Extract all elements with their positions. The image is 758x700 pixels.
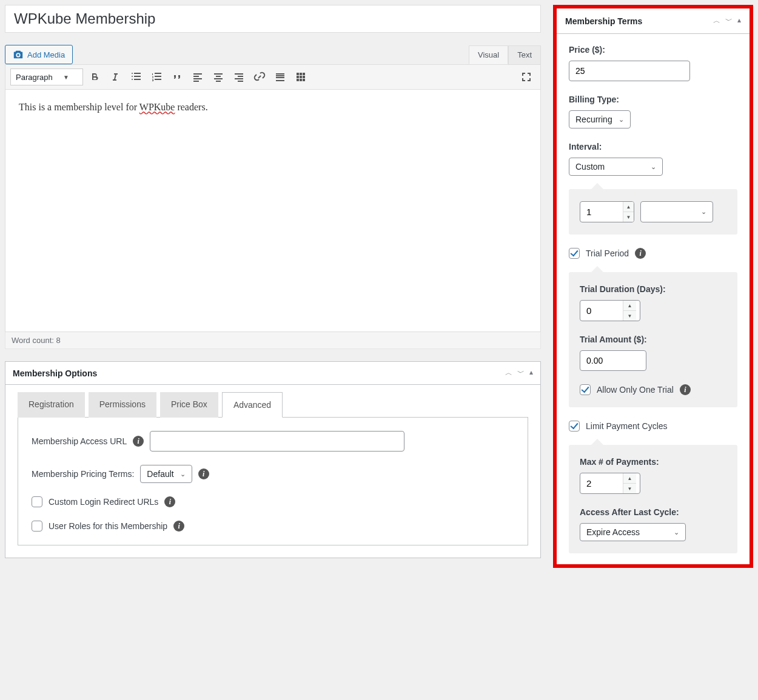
tab-advanced[interactable]: Advanced bbox=[222, 392, 283, 418]
trial-amount-input[interactable] bbox=[580, 350, 646, 371]
user-roles-label: User Roles for this Membership bbox=[49, 521, 167, 531]
svg-rect-8 bbox=[303, 79, 305, 81]
svg-rect-3 bbox=[297, 76, 299, 78]
more-button[interactable] bbox=[271, 68, 289, 86]
tab-visual[interactable]: Visual bbox=[469, 45, 508, 64]
move-up-icon[interactable]: ︿ bbox=[505, 368, 512, 378]
link-button[interactable] bbox=[250, 68, 269, 86]
access-url-label: Membership Access URL bbox=[32, 436, 127, 446]
svg-rect-5 bbox=[303, 76, 305, 78]
editor-content[interactable]: This is a membership level for WPKube re… bbox=[5, 90, 541, 332]
svg-rect-6 bbox=[297, 79, 299, 81]
fullscreen-button[interactable] bbox=[517, 68, 535, 86]
limit-cycles-label: Limit Payment Cycles bbox=[586, 421, 668, 431]
limit-cycles-checkbox[interactable] bbox=[569, 421, 580, 432]
step-up-icon[interactable]: ▲ bbox=[623, 301, 636, 311]
membership-options-title: Membership Options bbox=[13, 368, 97, 378]
bold-button[interactable] bbox=[86, 68, 104, 86]
info-icon[interactable]: i bbox=[164, 496, 175, 507]
trial-panel: Trial Duration (Days): ▲▼ Trial Amount (… bbox=[569, 272, 737, 407]
step-up-icon[interactable]: ▲ bbox=[623, 202, 634, 212]
access-url-input[interactable] bbox=[150, 431, 404, 452]
align-left-button[interactable] bbox=[189, 68, 207, 86]
ol-button[interactable] bbox=[147, 68, 166, 86]
svg-rect-7 bbox=[300, 79, 302, 81]
price-label: Price ($): bbox=[569, 45, 737, 55]
svg-rect-0 bbox=[297, 73, 299, 75]
info-icon[interactable]: i bbox=[635, 248, 646, 259]
step-up-icon[interactable]: ▲ bbox=[623, 473, 636, 484]
quote-button[interactable] bbox=[168, 68, 186, 86]
title-input[interactable] bbox=[5, 5, 541, 33]
italic-button[interactable] bbox=[106, 68, 124, 86]
align-right-button[interactable] bbox=[230, 68, 248, 86]
trial-duration-label: Trial Duration (Days): bbox=[580, 284, 726, 294]
one-trial-checkbox[interactable] bbox=[580, 384, 591, 395]
svg-rect-4 bbox=[300, 76, 302, 78]
max-payments-label: Max # of Payments: bbox=[580, 457, 726, 467]
info-icon[interactable]: i bbox=[680, 384, 691, 395]
trial-amount-label: Trial Amount ($): bbox=[580, 335, 726, 344]
move-down-icon[interactable]: ﹀ bbox=[517, 368, 525, 378]
custom-interval-amount[interactable]: ▲▼ bbox=[580, 201, 634, 222]
membership-terms-highlight: Membership Terms ︿ ﹀ ▴ Price ($): Billin… bbox=[553, 5, 753, 568]
editor-status-bar: Word count: 8 bbox=[5, 332, 541, 349]
chevron-down-icon: ⌄ bbox=[619, 116, 624, 124]
align-center-button[interactable] bbox=[209, 68, 227, 86]
billing-type-label: Billing Type: bbox=[569, 95, 737, 104]
user-roles-checkbox[interactable] bbox=[32, 521, 42, 532]
trial-duration-input[interactable]: ▲▼ bbox=[580, 300, 640, 321]
tab-text[interactable]: Text bbox=[508, 45, 541, 64]
format-select[interactable]: Paragraph ▼ bbox=[10, 68, 83, 85]
custom-interval-unit-select[interactable]: ⌄ bbox=[640, 201, 713, 222]
billing-type-select[interactable]: Recurring ⌄ bbox=[569, 110, 631, 128]
step-down-icon[interactable]: ▼ bbox=[623, 484, 636, 493]
custom-login-checkbox[interactable] bbox=[32, 496, 42, 507]
ul-button[interactable] bbox=[127, 68, 145, 86]
add-media-button[interactable]: Add Media bbox=[5, 45, 73, 64]
limit-cycles-panel: Max # of Payments: ▲▼ Access After Last … bbox=[569, 445, 737, 553]
chevron-down-icon: ⌄ bbox=[180, 470, 186, 478]
info-icon[interactable]: i bbox=[198, 468, 209, 479]
svg-rect-1 bbox=[300, 73, 302, 75]
custom-interval-panel: ▲▼ ⌄ bbox=[569, 189, 737, 235]
trial-period-checkbox[interactable] bbox=[569, 248, 580, 259]
word-count: Word count: 8 bbox=[12, 336, 61, 345]
step-down-icon[interactable]: ▼ bbox=[623, 311, 636, 321]
interval-label: Interval: bbox=[569, 142, 737, 152]
info-icon[interactable]: i bbox=[133, 436, 144, 447]
toggle-panel-icon[interactable]: ▴ bbox=[737, 16, 741, 26]
toggle-panel-icon[interactable]: ▴ bbox=[529, 368, 533, 378]
max-payments-input[interactable]: ▲▼ bbox=[580, 473, 640, 494]
chevron-down-icon: ⌄ bbox=[651, 163, 656, 171]
svg-rect-2 bbox=[303, 73, 305, 75]
trial-period-label: Trial Period bbox=[586, 248, 629, 258]
membership-terms-title: Membership Terms bbox=[565, 16, 642, 26]
editor-toolbar: Paragraph ▼ bbox=[5, 64, 541, 90]
interval-select[interactable]: Custom ⌄ bbox=[569, 158, 663, 176]
add-media-label: Add Media bbox=[27, 50, 65, 59]
chevron-down-icon: ▼ bbox=[63, 74, 69, 81]
membership-options-box: Membership Options ︿ ﹀ ▴ Registration Pe… bbox=[5, 361, 541, 558]
one-trial-label: Allow Only One Trial bbox=[597, 385, 674, 395]
chevron-down-icon: ⌄ bbox=[701, 208, 706, 216]
pricing-terms-label: Membership Pricing Terms: bbox=[32, 469, 134, 479]
tab-price-box[interactable]: Price Box bbox=[160, 392, 218, 418]
chevron-down-icon: ⌄ bbox=[674, 528, 679, 536]
info-icon[interactable]: i bbox=[173, 521, 184, 532]
camera-icon bbox=[13, 49, 24, 60]
access-after-select[interactable]: Expire Access ⌄ bbox=[580, 523, 686, 541]
tab-registration[interactable]: Registration bbox=[18, 392, 85, 418]
move-down-icon[interactable]: ﹀ bbox=[725, 16, 733, 26]
pricing-terms-select[interactable]: Default ⌄ bbox=[140, 465, 192, 483]
move-up-icon[interactable]: ︿ bbox=[713, 16, 720, 26]
step-down-icon[interactable]: ▼ bbox=[623, 212, 634, 222]
toolbar-toggle-button[interactable] bbox=[292, 68, 310, 86]
price-input[interactable] bbox=[569, 61, 690, 81]
custom-login-label: Custom Login Redirect URLs bbox=[49, 497, 158, 507]
access-after-label: Access After Last Cycle: bbox=[580, 507, 726, 517]
tab-permissions[interactable]: Permissions bbox=[89, 392, 156, 418]
